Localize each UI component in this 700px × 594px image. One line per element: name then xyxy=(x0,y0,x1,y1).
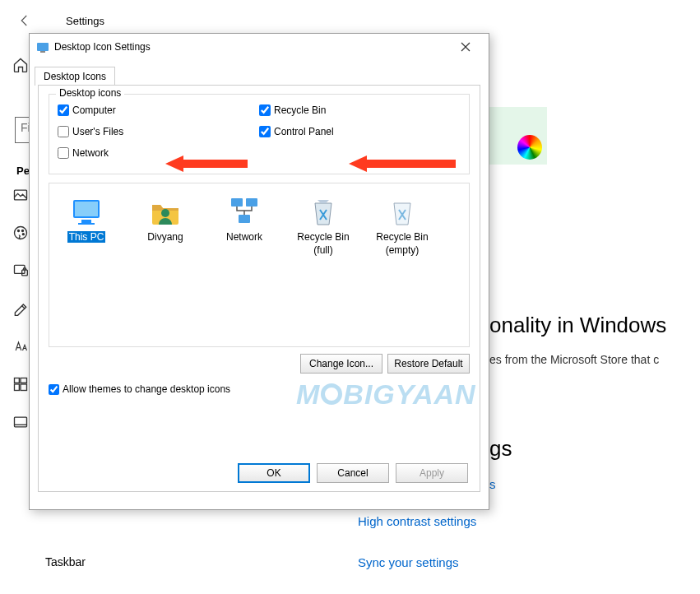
checkbox-users-files-label: User's Files xyxy=(72,126,123,137)
taskbar-icon[interactable] xyxy=(11,412,30,432)
theme-thumbnail[interactable] xyxy=(489,107,547,165)
dialog-titlebar[interactable]: Desktop Icon Settings xyxy=(30,34,489,60)
svg-rect-17 xyxy=(81,220,91,223)
themes-icon[interactable] xyxy=(11,299,30,318)
main-subtext-fragment: es from the Microsoft Store that c xyxy=(489,353,700,366)
ok-button[interactable]: OK xyxy=(238,463,310,483)
svg-point-3 xyxy=(22,230,24,232)
main-content: onality in Windows es from the Microsoft… xyxy=(489,313,700,391)
lockscreen-icon[interactable] xyxy=(11,261,30,281)
apply-button[interactable]: Apply xyxy=(396,463,468,483)
icon-item-label: Recycle Bin xyxy=(297,231,349,243)
restore-default-button[interactable]: Restore Default xyxy=(387,354,470,374)
checkbox-recycle-bin[interactable]: Recycle Bin xyxy=(259,104,461,116)
svg-point-19 xyxy=(161,209,169,217)
main-heading-fragment: onality in Windows xyxy=(489,313,700,338)
svg-rect-11 xyxy=(15,417,27,427)
fonts-icon[interactable] xyxy=(11,336,30,356)
close-button[interactable] xyxy=(449,35,482,58)
svg-rect-14 xyxy=(40,51,45,53)
allow-themes-label: Allow themes to change desktop icons xyxy=(63,383,230,395)
annotation-arrow-control-panel xyxy=(349,154,456,174)
user-folder-icon xyxy=(147,193,183,230)
svg-rect-21 xyxy=(246,198,257,207)
checkbox-control-panel-input[interactable] xyxy=(259,126,271,137)
annotation-arrow-users-files xyxy=(165,154,248,174)
cancel-button[interactable]: Cancel xyxy=(317,463,389,483)
icon-item-label: This PC xyxy=(67,231,106,243)
svg-rect-16 xyxy=(75,202,98,216)
svg-rect-9 xyxy=(15,384,20,391)
settings-title: Settings xyxy=(66,15,104,27)
icon-item-sublabel: (full) xyxy=(313,244,332,256)
back-icon[interactable] xyxy=(8,4,41,37)
icon-item-sublabel: (empty) xyxy=(386,244,420,256)
checkbox-computer-label: Computer xyxy=(72,104,116,116)
svg-rect-18 xyxy=(78,223,95,225)
related-link-fragment[interactable]: s xyxy=(489,477,496,491)
svg-rect-22 xyxy=(239,215,250,223)
colors-icon[interactable] xyxy=(11,223,30,243)
checkbox-network-input[interactable] xyxy=(58,147,69,159)
checkbox-recycle-bin-label: Recycle Bin xyxy=(274,104,326,116)
tab-desktop-icons[interactable]: Desktop Icons xyxy=(35,67,115,86)
svg-point-1 xyxy=(15,227,27,239)
dialog-footer: OK Cancel Apply xyxy=(238,463,468,483)
settings-window: Settings Perso Taskbar onality in Window… xyxy=(0,0,700,594)
color-wheel-icon xyxy=(517,135,542,160)
dialog-icon xyxy=(36,40,49,53)
background-icon[interactable] xyxy=(11,185,30,205)
tab-strip: Desktop Icons xyxy=(30,60,489,85)
allow-themes-checkbox-input[interactable] xyxy=(49,384,59,395)
checkbox-computer-input[interactable] xyxy=(58,104,69,116)
dialog-title: Desktop Icon Settings xyxy=(54,41,449,53)
allow-themes-checkbox[interactable]: Allow themes to change desktop icons xyxy=(49,383,470,395)
recycle-bin-empty-icon xyxy=(384,193,420,230)
icon-item-recycle-full[interactable]: Recycle Bin (full) xyxy=(291,193,355,256)
icon-item-recycle-empty[interactable]: Recycle Bin (empty) xyxy=(370,193,434,256)
checkbox-users-files[interactable]: User's Files xyxy=(58,126,259,137)
checkbox-computer[interactable]: Computer xyxy=(58,104,259,116)
icon-item-label: Network xyxy=(226,231,262,243)
svg-point-4 xyxy=(22,234,24,235)
start-icon[interactable] xyxy=(11,374,30,394)
svg-rect-8 xyxy=(21,378,27,383)
heading-fragment-gs: gs xyxy=(489,436,512,462)
checkbox-network-label: Network xyxy=(72,147,109,159)
tab-panel: Desktop icons Computer Recycle Bin User'… xyxy=(38,85,480,492)
checkbox-recycle-bin-input[interactable] xyxy=(259,104,271,116)
svg-rect-7 xyxy=(15,378,20,383)
icon-item-user-folder[interactable]: Divyang xyxy=(133,193,197,243)
change-icon-button[interactable]: Change Icon... xyxy=(300,354,382,374)
checkbox-users-files-input[interactable] xyxy=(58,126,69,137)
groupbox-title: Desktop icons xyxy=(56,87,124,99)
network-icon xyxy=(226,193,262,230)
svg-rect-20 xyxy=(231,198,243,207)
this-pc-icon xyxy=(68,193,104,230)
sidebar-item-taskbar-label[interactable]: Taskbar xyxy=(45,555,86,568)
home-icon[interactable] xyxy=(11,55,30,75)
desktop-icon-settings-dialog: Desktop Icon Settings Desktop Icons Desk… xyxy=(29,33,489,510)
checkbox-control-panel-label: Control Panel xyxy=(274,126,334,137)
high-contrast-link[interactable]: High contrast settings xyxy=(358,514,476,528)
recycle-bin-full-icon xyxy=(305,193,341,230)
sync-settings-link[interactable]: Sync your settings xyxy=(358,555,459,569)
checkbox-control-panel[interactable]: Control Panel xyxy=(259,126,461,137)
icon-item-this-pc[interactable]: This PC xyxy=(54,193,118,243)
icon-item-label: Divyang xyxy=(147,231,183,243)
icon-preview-list[interactable]: This PC Divyang Network xyxy=(49,183,470,347)
svg-point-2 xyxy=(18,230,20,232)
svg-rect-10 xyxy=(21,384,27,391)
icon-item-label: Recycle Bin xyxy=(376,231,428,243)
icon-item-network[interactable]: Network xyxy=(212,193,276,243)
svg-rect-13 xyxy=(37,43,49,51)
